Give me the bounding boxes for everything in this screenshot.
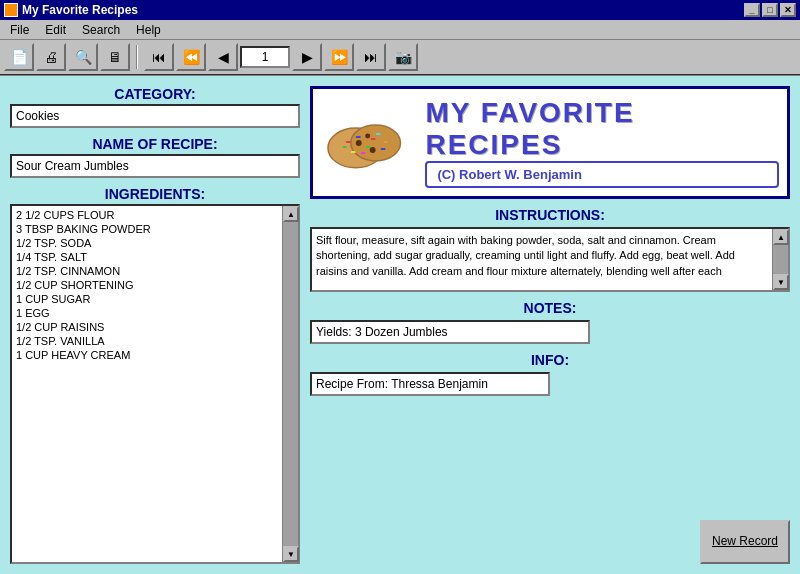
nav-first-button[interactable]: ⏮ — [144, 43, 174, 71]
list-item: 1/2 TSP. CINNAMON — [14, 264, 280, 278]
list-item: 2 1/2 CUPS FLOUR — [14, 208, 280, 222]
notes-section: NOTES: — [310, 300, 790, 344]
instructions-label: INSTRUCTIONS: — [310, 207, 790, 223]
camera-button[interactable]: 📷 — [388, 43, 418, 71]
info-label: INFO: — [310, 352, 790, 368]
left-panel: CATEGORY: NAME OF RECIPE: INGREDIENTS: 2… — [10, 86, 300, 564]
list-item: 1/2 TSP. VANILLA — [14, 334, 280, 348]
list-item: 1/2 CUP RAISINS — [14, 320, 280, 334]
svg-rect-8 — [361, 151, 366, 153]
instr-scroll-down[interactable]: ▼ — [773, 274, 789, 290]
app-title: MY FAVORITE RECIPES — [425, 97, 779, 161]
recipe-name-label: NAME OF RECIPE: — [10, 136, 300, 152]
instructions-box: Sift flour, measure, sift again with bak… — [310, 227, 790, 292]
nav-prev-fast-button[interactable]: ⏪ — [176, 43, 206, 71]
menu-edit[interactable]: Edit — [37, 21, 74, 39]
list-item: 3 TBSP BAKING POWDER — [14, 222, 280, 236]
instr-scroll-up[interactable]: ▲ — [773, 229, 789, 245]
menu-file[interactable]: File — [2, 21, 37, 39]
menu-bar: File Edit Search Help — [0, 20, 800, 40]
title-bar: My Favorite Recipes _ □ ✕ — [0, 0, 800, 20]
window-title: My Favorite Recipes — [22, 3, 138, 17]
app-title-container: MY FAVORITE RECIPES (C) Robert W. Benjam… — [425, 97, 779, 188]
category-label: CATEGORY: — [10, 86, 300, 102]
svg-rect-3 — [356, 136, 361, 138]
app-icon — [4, 3, 18, 17]
list-item: 1/2 CUP SHORTENING — [14, 278, 280, 292]
notes-label: NOTES: — [310, 300, 790, 316]
toolbar-btn-4[interactable]: 🖥 — [100, 43, 130, 71]
svg-point-14 — [365, 133, 370, 138]
header-box: MY FAVORITE RECIPES (C) Robert W. Benjam… — [310, 86, 790, 199]
new-record-button[interactable]: New Record — [700, 520, 790, 564]
close-button[interactable]: ✕ — [780, 3, 796, 17]
instructions-section: INSTRUCTIONS: Sift flour, measure, sift … — [310, 207, 790, 292]
info-input[interactable] — [310, 372, 550, 396]
nav-last-button[interactable]: ⏭ — [356, 43, 386, 71]
svg-rect-9 — [376, 133, 381, 135]
svg-point-13 — [370, 146, 376, 152]
ingredients-scrollbar: ▲ ▼ — [282, 206, 298, 562]
cookie-image — [321, 108, 410, 178]
ingredients-label: INGREDIENTS: — [10, 186, 300, 202]
recipe-name-section: NAME OF RECIPE: — [10, 136, 300, 178]
instructions-text: Sift flour, measure, sift again with bak… — [312, 229, 772, 290]
category-input[interactable] — [10, 104, 300, 128]
list-item: 1/4 TSP. SALT — [14, 250, 280, 264]
main-content: CATEGORY: NAME OF RECIPE: INGREDIENTS: 2… — [0, 76, 800, 574]
toolbar-btn-2[interactable]: 🖨 — [36, 43, 66, 71]
info-section: INFO: — [310, 352, 790, 396]
svg-rect-10 — [343, 145, 347, 147]
toolbar-separator — [136, 45, 138, 69]
notes-input[interactable] — [310, 320, 590, 344]
list-item: 1 EGG — [14, 306, 280, 320]
svg-rect-4 — [366, 145, 371, 147]
nav-next-button[interactable]: ▶ — [292, 43, 322, 71]
scroll-down-button[interactable]: ▼ — [283, 546, 299, 562]
svg-rect-2 — [346, 141, 351, 143]
recipe-name-input[interactable] — [10, 154, 300, 178]
ingredients-list[interactable]: 2 1/2 CUPS FLOUR 3 TBSP BAKING POWDER 1/… — [12, 206, 282, 562]
right-panel: MY FAVORITE RECIPES (C) Robert W. Benjam… — [310, 86, 790, 564]
minimize-button[interactable]: _ — [744, 3, 760, 17]
menu-help[interactable]: Help — [128, 21, 169, 39]
toolbar-btn-1[interactable]: 📄 — [4, 43, 34, 71]
instructions-scrollbar: ▲ ▼ — [772, 229, 788, 290]
category-section: CATEGORY: — [10, 86, 300, 128]
toolbar: 📄 🖨 🔍 🖥 ⏮ ⏪ ◀ 1 ▶ ⏩ ⏭ 📷 — [0, 40, 800, 76]
toolbar-search[interactable]: 🔍 — [68, 43, 98, 71]
list-item: 1 CUP SUGAR — [14, 292, 280, 306]
nav-record-input[interactable]: 1 — [240, 46, 290, 68]
menu-search[interactable]: Search — [74, 21, 128, 39]
nav-prev-button[interactable]: ◀ — [208, 43, 238, 71]
svg-rect-11 — [384, 141, 388, 143]
scroll-track[interactable] — [283, 222, 298, 546]
instr-scroll-track[interactable] — [773, 245, 788, 274]
svg-point-12 — [356, 140, 362, 146]
list-item: 1 CUP HEAVY CREAM — [14, 348, 280, 362]
svg-rect-5 — [351, 150, 356, 152]
window-controls: _ □ ✕ — [744, 3, 796, 17]
nav-next-fast-button[interactable]: ⏩ — [324, 43, 354, 71]
maximize-button[interactable]: □ — [762, 3, 778, 17]
ingredients-section: INGREDIENTS: 2 1/2 CUPS FLOUR 3 TBSP BAK… — [10, 186, 300, 564]
scroll-up-button[interactable]: ▲ — [283, 206, 299, 222]
ingredients-list-container: 2 1/2 CUPS FLOUR 3 TBSP BAKING POWDER 1/… — [10, 204, 300, 564]
svg-rect-6 — [371, 138, 376, 140]
copyright-box: (C) Robert W. Benjamin — [425, 161, 779, 188]
svg-rect-7 — [381, 147, 386, 149]
list-item: 1/2 TSP. SODA — [14, 236, 280, 250]
